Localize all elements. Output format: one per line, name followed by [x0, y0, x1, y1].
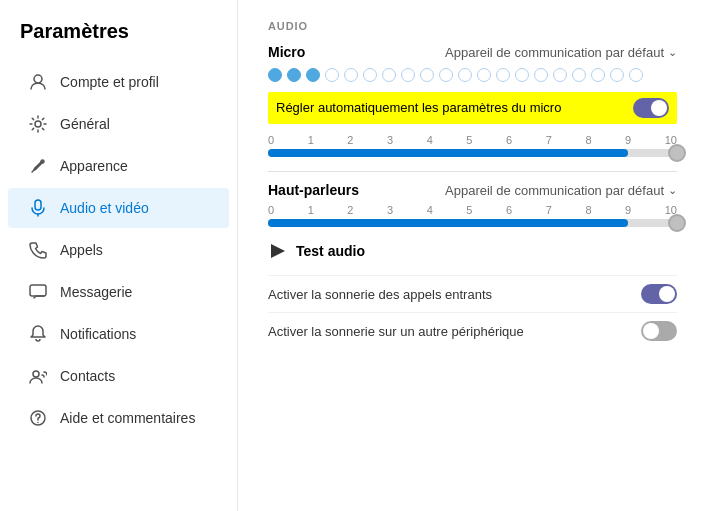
- play-triangle: [271, 244, 285, 258]
- mic-dot-3: [306, 68, 320, 82]
- sidebar-item-label-contacts: Contacts: [60, 368, 115, 384]
- auto-adjust-text: Régler automatiquement les paramètres du…: [276, 100, 561, 117]
- sidebar-item-appels[interactable]: Appels: [8, 230, 229, 270]
- mic-dot-9: [420, 68, 434, 82]
- micro-slider-track[interactable]: [268, 149, 677, 157]
- speakers-slider-fill: [268, 219, 628, 227]
- mic-dot-14: [515, 68, 529, 82]
- micro-setting-row: Micro Appareil de communication par défa…: [268, 44, 677, 60]
- svg-point-6: [33, 371, 39, 377]
- app-title: Paramètres: [0, 10, 237, 61]
- play-icon: [268, 241, 288, 261]
- sidebar-item-label-apparence: Apparence: [60, 158, 128, 174]
- sidebar: Paramètres Compte et profil Général: [0, 0, 238, 511]
- sidebar-item-messagerie[interactable]: Messagerie: [8, 272, 229, 312]
- speakers-setting-row: Haut-parleurs Appareil de communication …: [268, 182, 677, 198]
- mic-dot-4: [325, 68, 339, 82]
- speakers-device-selector[interactable]: Appareil de communication par défaut ⌄: [445, 183, 677, 198]
- sidebar-item-label-audio: Audio et vidéo: [60, 200, 149, 216]
- sidebar-item-label-appels: Appels: [60, 242, 103, 258]
- toggle-label-2: Activer la sonnerie sur un autre périphé…: [268, 324, 524, 339]
- micro-slider: 0 1 2 3 4 5 6 7 8 9 10: [268, 134, 677, 157]
- speakers-slider: 0 1 2 3 4 5 6 7 8 9 10: [268, 204, 677, 227]
- auto-adjust-toggle-thumb: [651, 100, 667, 116]
- speakers-slider-labels: 0 1 2 3 4 5 6 7 8 9 10: [268, 204, 677, 216]
- toggle-sonnerie-entrants[interactable]: [641, 284, 677, 304]
- mic-dot-12: [477, 68, 491, 82]
- sidebar-item-label-general: Général: [60, 116, 110, 132]
- mic-dot-10: [439, 68, 453, 82]
- micro-slider-labels: 0 1 2 3 4 5 6 7 8 9 10: [268, 134, 677, 146]
- svg-rect-3: [35, 200, 41, 210]
- sidebar-item-label-compte: Compte et profil: [60, 74, 159, 90]
- micro-device-selector[interactable]: Appareil de communication par défaut ⌄: [445, 45, 677, 60]
- mic-level-dots: [268, 68, 677, 82]
- help-icon: [28, 408, 48, 428]
- toggle-label-1: Activer la sonnerie des appels entrants: [268, 287, 492, 302]
- audio-section-label: AUDIO: [268, 20, 677, 32]
- mic-dot-20: [629, 68, 643, 82]
- sidebar-item-general[interactable]: Général: [8, 104, 229, 144]
- divider-1: [268, 171, 677, 172]
- chat-icon: [28, 282, 48, 302]
- speakers-device-value: Appareil de communication par défaut: [445, 183, 664, 198]
- sidebar-item-label-notifications: Notifications: [60, 326, 136, 342]
- test-audio-label: Test audio: [296, 243, 365, 259]
- person-icon: [28, 72, 48, 92]
- svg-rect-5: [30, 285, 46, 296]
- main-content: AUDIO Micro Appareil de communication pa…: [238, 0, 707, 511]
- toggle-thumb-1: [659, 286, 675, 302]
- micro-label: Micro: [268, 44, 305, 60]
- test-audio-row[interactable]: Test audio: [268, 241, 677, 261]
- gear-icon: [28, 114, 48, 134]
- speakers-label: Haut-parleurs: [268, 182, 359, 198]
- auto-adjust-row: Régler automatiquement les paramètres du…: [268, 92, 677, 124]
- bell-icon: [28, 324, 48, 344]
- svg-point-8: [37, 422, 39, 424]
- micro-slider-thumb[interactable]: [668, 144, 686, 162]
- phone-icon: [28, 240, 48, 260]
- mic-dot-1: [268, 68, 282, 82]
- toggle-row-1: Activer la sonnerie des appels entrants: [268, 275, 677, 312]
- toggle-thumb-2: [643, 323, 659, 339]
- mic-dot-18: [591, 68, 605, 82]
- mic-dot-19: [610, 68, 624, 82]
- chevron-down-icon: ⌄: [668, 46, 677, 59]
- speakers-slider-track[interactable]: [268, 219, 677, 227]
- mic-dot-8: [401, 68, 415, 82]
- mic-dot-15: [534, 68, 548, 82]
- mic-dot-5: [344, 68, 358, 82]
- speakers-slider-thumb[interactable]: [668, 214, 686, 232]
- sidebar-item-audio[interactable]: Audio et vidéo: [8, 188, 229, 228]
- contacts-icon: [28, 366, 48, 386]
- sidebar-item-label-messagerie: Messagerie: [60, 284, 132, 300]
- chevron-down-icon-speakers: ⌄: [668, 184, 677, 197]
- micro-device-value: Appareil de communication par défaut: [445, 45, 664, 60]
- micro-slider-fill: [268, 149, 628, 157]
- sidebar-item-apparence[interactable]: Apparence: [8, 146, 229, 186]
- mic-dot-11: [458, 68, 472, 82]
- sidebar-item-compte[interactable]: Compte et profil: [8, 62, 229, 102]
- mic-dot-16: [553, 68, 567, 82]
- svg-point-1: [35, 121, 41, 127]
- auto-adjust-toggle[interactable]: [633, 98, 669, 118]
- sidebar-item-label-aide: Aide et commentaires: [60, 410, 195, 426]
- toggle-row-2: Activer la sonnerie sur un autre périphé…: [268, 312, 677, 349]
- brush-icon: [28, 156, 48, 176]
- svg-point-0: [34, 75, 42, 83]
- mic-icon: [28, 198, 48, 218]
- mic-dot-17: [572, 68, 586, 82]
- mic-dot-2: [287, 68, 301, 82]
- sidebar-item-contacts[interactable]: Contacts: [8, 356, 229, 396]
- mic-dot-7: [382, 68, 396, 82]
- toggle-sonnerie-autre[interactable]: [641, 321, 677, 341]
- sidebar-item-notifications[interactable]: Notifications: [8, 314, 229, 354]
- sidebar-item-aide[interactable]: Aide et commentaires: [8, 398, 229, 438]
- mic-dot-13: [496, 68, 510, 82]
- mic-dot-6: [363, 68, 377, 82]
